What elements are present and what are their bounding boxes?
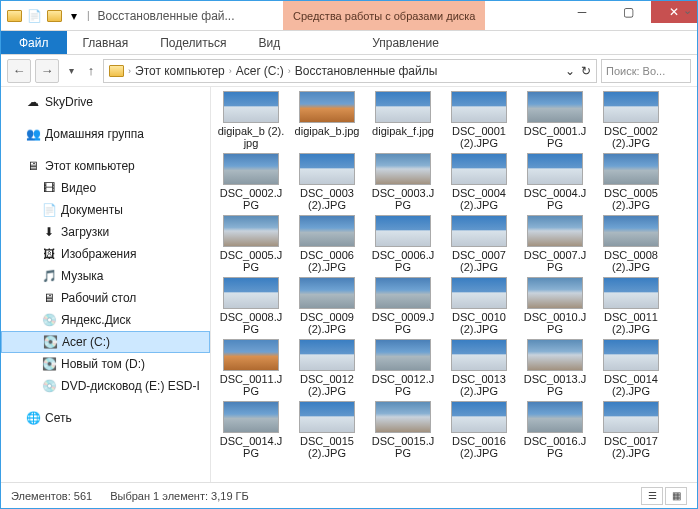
file-item[interactable]: DSC_0004 (2).JPG [445, 153, 513, 211]
address-seg-folder[interactable]: Восстановленные файлы [292, 64, 441, 78]
file-item[interactable]: digipak_b (2).jpg [217, 91, 285, 149]
computer-icon: 🖥 [25, 158, 41, 174]
file-item[interactable]: DSC_0016.JPG [521, 401, 589, 459]
drive-icon: 💽 [41, 356, 57, 372]
maximize-button[interactable]: ▢ [605, 1, 651, 23]
sidebar-item-music[interactable]: 🎵Музыка [1, 265, 210, 287]
sidebar-item-documents[interactable]: 📄Документы [1, 199, 210, 221]
file-item[interactable]: DSC_0012 (2).JPG [293, 339, 361, 397]
file-thumbnail [603, 277, 659, 309]
file-item[interactable]: DSC_0005.JPG [217, 215, 285, 273]
file-item[interactable]: DSC_0011 (2).JPG [597, 277, 665, 335]
file-item[interactable]: DSC_0003 (2).JPG [293, 153, 361, 211]
search-input[interactable]: Поиск: Во... [601, 59, 691, 83]
back-button[interactable]: ← [7, 59, 31, 83]
status-item-count: Элементов: 561 [11, 490, 92, 502]
disc-icon: 💿 [41, 378, 57, 394]
sidebar-item-dvd[interactable]: 💿DVD-дисковод (E:) ESD-I [1, 375, 210, 397]
address-bar[interactable]: › Этот компьютер › Acer (C:) › Восстанов… [103, 59, 597, 83]
file-grid[interactable]: digipak_b (2).jpgdigipak_b.jpgdigipak_f.… [211, 87, 697, 482]
file-item[interactable]: DSC_0006.JPG [369, 215, 437, 273]
file-item[interactable]: DSC_0001.JPG [521, 91, 589, 149]
file-item[interactable]: DSC_0005 (2).JPG [597, 153, 665, 211]
qa-dropdown-icon[interactable]: ▾ [65, 7, 83, 25]
ribbon-expand-icon[interactable]: ⌄ [683, 4, 692, 17]
tree-label: Документы [61, 203, 123, 217]
sidebar-item-skydrive[interactable]: ☁SkyDrive [1, 91, 210, 113]
file-thumbnail [603, 401, 659, 433]
manage-tab[interactable]: Управление [356, 31, 455, 54]
file-item[interactable]: DSC_0015 (2).JPG [293, 401, 361, 459]
file-thumbnail [299, 277, 355, 309]
file-item[interactable]: DSC_0008.JPG [217, 277, 285, 335]
file-item[interactable]: DSC_0016 (2).JPG [445, 401, 513, 459]
sidebar-item-video[interactable]: 🎞Видео [1, 177, 210, 199]
file-name: DSC_0001.JPG [521, 125, 589, 149]
cloud-icon: ☁ [25, 94, 41, 110]
refresh-icon[interactable]: ↻ [578, 64, 594, 78]
file-item[interactable]: DSC_0014.JPG [217, 401, 285, 459]
file-item[interactable]: DSC_0012.JPG [369, 339, 437, 397]
file-item[interactable]: DSC_0007 (2).JPG [445, 215, 513, 273]
sidebar-item-thispc[interactable]: 🖥Этот компьютер [1, 155, 210, 177]
file-item[interactable]: DSC_0013.JPG [521, 339, 589, 397]
properties-icon[interactable]: 📄 [25, 7, 43, 25]
view-tab[interactable]: Вид [242, 31, 296, 54]
file-item[interactable]: DSC_0014 (2).JPG [597, 339, 665, 397]
view-details-button[interactable]: ☰ [641, 487, 663, 505]
file-tab[interactable]: Файл [1, 31, 67, 54]
file-name: DSC_0002.JPG [217, 187, 285, 211]
file-name: DSC_0010.JPG [521, 311, 589, 335]
home-tab[interactable]: Главная [67, 31, 145, 54]
file-item[interactable]: DSC_0002 (2).JPG [597, 91, 665, 149]
file-item[interactable]: DSC_0002.JPG [217, 153, 285, 211]
file-item[interactable]: DSC_0017 (2).JPG [597, 401, 665, 459]
sidebar-item-homegroup[interactable]: 👥Домашняя группа [1, 123, 210, 145]
music-icon: 🎵 [41, 268, 57, 284]
address-dropdown-icon[interactable]: ⌄ [562, 64, 578, 78]
file-item[interactable]: DSC_0004.JPG [521, 153, 589, 211]
file-item[interactable]: digipak_f.jpg [369, 91, 437, 149]
file-name: DSC_0009 (2).JPG [293, 311, 361, 335]
new-folder-icon[interactable] [45, 7, 63, 25]
file-item[interactable]: DSC_0011.JPG [217, 339, 285, 397]
file-item[interactable]: DSC_0009.JPG [369, 277, 437, 335]
share-tab[interactable]: Поделиться [144, 31, 242, 54]
file-item[interactable]: DSC_0008 (2).JPG [597, 215, 665, 273]
file-item[interactable]: DSC_0010 (2).JPG [445, 277, 513, 335]
yadisk-icon: 💿 [41, 312, 57, 328]
file-name: DSC_0016.JPG [521, 435, 589, 459]
file-name: DSC_0011 (2).JPG [597, 311, 665, 335]
forward-button[interactable]: → [35, 59, 59, 83]
sidebar-item-pictures[interactable]: 🖼Изображения [1, 243, 210, 265]
file-item[interactable]: DSC_0010.JPG [521, 277, 589, 335]
sidebar-item-desktop[interactable]: 🖥Рабочий стол [1, 287, 210, 309]
file-name: DSC_0014.JPG [217, 435, 285, 459]
file-name: DSC_0005.JPG [217, 249, 285, 273]
sidebar-item-network[interactable]: 🌐Сеть [1, 407, 210, 429]
file-item[interactable]: digipak_b.jpg [293, 91, 361, 149]
file-item[interactable]: DSC_0007.JPG [521, 215, 589, 273]
file-item[interactable]: DSC_0006 (2).JPG [293, 215, 361, 273]
file-name: DSC_0013 (2).JPG [445, 373, 513, 397]
address-seg-pc[interactable]: Этот компьютер [132, 64, 228, 78]
file-item[interactable]: DSC_0013 (2).JPG [445, 339, 513, 397]
file-item[interactable]: DSC_0001 (2).JPG [445, 91, 513, 149]
view-thumbnails-button[interactable]: ▦ [665, 487, 687, 505]
tree-label: Видео [61, 181, 96, 195]
sidebar-item-newvol[interactable]: 💽Новый том (D:) [1, 353, 210, 375]
sidebar-item-acer[interactable]: 💽Acer (C:) [1, 331, 210, 353]
up-button[interactable]: ↑ [83, 59, 99, 83]
recent-dropdown-icon[interactable]: ▾ [63, 59, 79, 83]
file-item[interactable]: DSC_0009 (2).JPG [293, 277, 361, 335]
file-item[interactable]: DSC_0003.JPG [369, 153, 437, 211]
file-name: DSC_0005 (2).JPG [597, 187, 665, 211]
navigation-bar: ← → ▾ ↑ › Этот компьютер › Acer (C:) › В… [1, 55, 697, 87]
sidebar-item-yadisk[interactable]: 💿Яндекс.Диск [1, 309, 210, 331]
sidebar-item-downloads[interactable]: ⬇Загрузки [1, 221, 210, 243]
file-thumbnail [527, 153, 583, 185]
minimize-button[interactable]: ─ [559, 1, 605, 23]
file-item[interactable]: DSC_0015.JPG [369, 401, 437, 459]
address-seg-drive[interactable]: Acer (C:) [233, 64, 287, 78]
tree-label: Домашняя группа [45, 127, 144, 141]
